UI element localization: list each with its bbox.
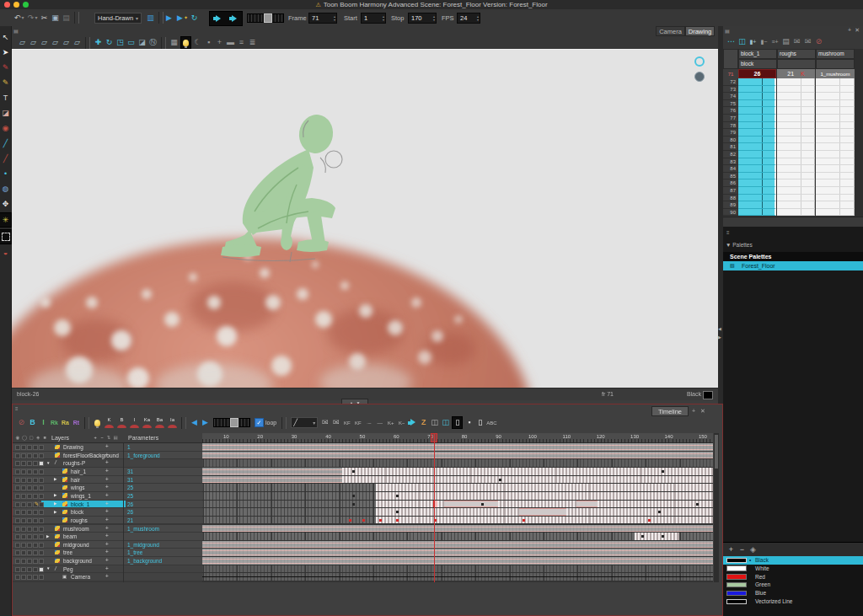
xsheet-cell-block[interactable] [738,187,776,195]
onion-skin-next-2-icon[interactable]: ▱ [62,37,71,48]
expand-arrow[interactable]: ▼ [46,461,50,465]
layer-toggle[interactable] [21,559,26,564]
xsheet-cell-mushroom[interactable] [816,165,855,173]
layer-toggle[interactable] [15,478,20,483]
timeline-ruler[interactable]: 102030405060708090100110120130140150 [202,433,713,443]
xsheet-cell-roughs[interactable] [777,179,815,187]
layer-row-hair_1[interactable]: hair_1+31 [13,468,202,475]
zoom-window-button[interactable] [23,2,29,8]
layer-toggle[interactable] [27,550,32,555]
xsheet-cell-block[interactable] [738,179,776,187]
remove-colour-icon[interactable]: − [737,544,747,555]
xsheet-cell-roughs[interactable] [777,100,815,108]
layer-add-parameter-icon[interactable]: + [105,468,109,474]
xsheet-column-header[interactable]: block_1 [738,49,777,59]
layer-toggle[interactable] [21,469,26,474]
xsheet-column-subheader[interactable]: block [738,59,777,69]
sort-layers-icon[interactable]: ⇅ [106,434,111,442]
layer-name[interactable]: midground [63,542,89,548]
cut-icon[interactable]: ✂ [40,13,49,24]
timeline-close-view-button[interactable]: ✕ [700,408,705,415]
eraser-tool-icon[interactable]: ◪ [0,106,11,120]
stroke-tool-icon[interactable]: ╱ [0,152,11,165]
colour-name[interactable]: Blue [755,589,766,597]
xsheet-row[interactable]: 81 [723,143,855,151]
marquee-tool-icon[interactable] [0,229,12,244]
add-column-icon[interactable]: ▮+ [748,36,758,47]
xsheet-cell-roughs[interactable] [777,201,815,209]
motion-keyframe-icon[interactable]: ·– [364,417,373,428]
layer-add-parameter-icon[interactable]: + [105,533,109,538]
track-row-wings[interactable] [202,484,713,491]
layer-parameter-value[interactable]: 26 [127,501,133,507]
xsheet-cell-block[interactable] [738,100,776,108]
xsheet-row[interactable]: 80 [723,137,855,144]
flip-view-icon[interactable]: ◪ [137,37,147,48]
xsheet-row[interactable]: 75 [723,100,855,108]
stop-motion-keyframe-icon[interactable]: –– [375,417,384,428]
layer-toggle[interactable] [39,527,44,532]
layer-toggle[interactable] [33,567,38,572]
fps-spinbox[interactable]: 24 ▴▾ [457,13,480,24]
layer-toggle[interactable] [21,510,26,515]
track-row-mushroom[interactable] [202,525,713,533]
layer-parameter-value[interactable]: 1_tree [127,549,142,555]
tab-drawing[interactable]: Drawing [685,26,715,36]
xsheet-cell-block[interactable] [738,86,776,94]
xsheet-row[interactable]: 83 [723,158,855,166]
layer-name[interactable]: wings [71,485,85,490]
layer-parameter-value[interactable]: 26 [127,509,133,515]
xsheet-cell-mushroom[interactable] [816,93,855,100]
hand-tool-icon[interactable]: ✥ [0,197,11,211]
layer-toggle[interactable] [33,445,38,450]
audio-scrubbing-icon[interactable] [213,15,222,23]
layer-row-Peg[interactable]: ▼/Peg+ [13,565,202,573]
brush-tool-icon[interactable]: ✎ [0,61,11,74]
layer-add-parameter-icon[interactable]: + [105,459,109,465]
pencil-tool-icon[interactable]: ✎ [0,76,11,89]
add-keyframe-icon[interactable]: K+ [386,417,395,428]
layer-add-parameter-icon[interactable]: + [105,443,109,449]
xsheet-cell-roughs[interactable] [777,129,815,137]
layer-parameter-value[interactable]: 25 [127,493,133,499]
xsheet-cell-block[interactable] [738,129,776,137]
delete-layer-icon[interactable]: − [99,434,105,442]
xsheet-column-subheader[interactable] [816,59,855,69]
layer-toggle[interactable] [33,485,38,490]
start-spinbox[interactable]: 1 ▴▾ [361,13,386,24]
track-row-block[interactable] [202,508,713,516]
track-row-roughs[interactable] [202,517,713,524]
close-window-button[interactable] [4,2,10,8]
reset-pan-icon[interactable]: ✚ [94,37,103,48]
xsheet-cell-mushroom[interactable] [816,173,855,180]
layer-row-tree[interactable]: tree+1_tree [13,549,202,556]
layer-toggle[interactable] [27,461,32,466]
show-hide-data-icon[interactable]: ⊘ [17,417,26,428]
xsheet-row[interactable]: 78 [723,122,855,130]
play-icon[interactable]: ▶ [164,13,174,24]
tab-camera[interactable]: Camera [656,26,685,36]
layer-add-parameter-icon[interactable]: + [105,517,109,522]
timeline-tracks[interactable] [202,443,713,582]
layer-toggle[interactable] [33,510,38,515]
frame-spinbox[interactable]: 71 ▴▾ [308,13,337,24]
next-frame-icon[interactable]: ▶ [201,417,210,428]
layer-toggle[interactable] [21,575,26,580]
layer-toggle[interactable] [27,445,32,450]
create-colour-art-icon[interactable]: + [215,37,224,48]
pencil-lines-icon[interactable]: ▪ [204,37,213,48]
volume-slider-handle[interactable] [264,13,272,23]
layer-toggle[interactable] [27,575,32,580]
layer-add-parameter-icon[interactable]: + [105,452,109,458]
audio-playback-icon[interactable] [229,15,239,23]
toolbar-menu-icon[interactable]: ▤ [13,28,19,34]
palettes-section-label[interactable]: ▼ Palettes [726,242,753,248]
xsheet-cell-block[interactable] [738,173,776,180]
track-row-background[interactable] [202,557,713,565]
add-colour-icon[interactable]: + [726,544,736,555]
layer-toggle[interactable] [15,510,20,515]
layer-row-wings[interactable]: wings+25 [13,484,202,491]
expand-arrow[interactable]: ▶ [54,501,56,506]
import-images-icon[interactable]: ✉ [792,36,801,47]
layer-toggle[interactable] [15,534,20,539]
